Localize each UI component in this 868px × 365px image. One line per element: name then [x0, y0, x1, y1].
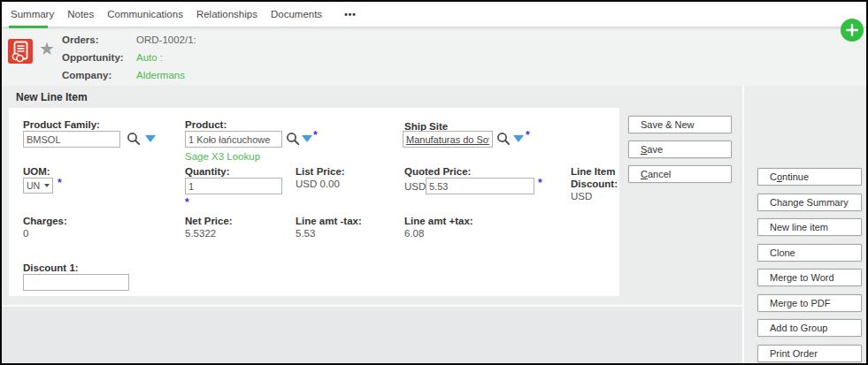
- ship-site-required-asterisk: *: [526, 131, 530, 140]
- order-entity-icon: [8, 39, 33, 64]
- quantity-required-asterisk: *: [185, 198, 189, 207]
- clone-button[interactable]: Clone: [757, 244, 862, 262]
- quantity-input[interactable]: [185, 178, 282, 194]
- charges-value: 0: [23, 228, 28, 239]
- quoted-price-required-asterisk: *: [538, 179, 542, 187]
- line-item-discount-value: USD: [571, 191, 617, 202]
- company-link[interactable]: Aldermans: [136, 70, 185, 80]
- tab-bar: Summary Notes Communications Relationshi…: [2, 2, 866, 28]
- merge-to-word-button[interactable]: Merge to Word: [757, 269, 862, 286]
- new-line-item-form: Product Family: Product: * Sage X3 Looku…: [9, 108, 619, 296]
- product-dropdown-icon[interactable]: [302, 135, 312, 142]
- uom-value: UN: [27, 180, 40, 191]
- tab-relationships[interactable]: Relationships: [196, 9, 257, 19]
- tab-notes[interactable]: Notes: [67, 9, 94, 19]
- active-tab-underline: [9, 26, 48, 28]
- plus-icon: [841, 19, 864, 42]
- quoted-price-currency: USD: [404, 181, 426, 192]
- section-title: New Line Item: [16, 91, 88, 103]
- discount-1-label: Discount 1:: [23, 262, 79, 273]
- merge-to-pdf-button[interactable]: Merge to PDF: [757, 294, 862, 312]
- save-button[interactable]: Save: [628, 141, 732, 158]
- list-price-value: USD 0.00: [296, 179, 340, 189]
- quoted-price-label: Quoted Price:: [404, 166, 471, 177]
- favorite-star-icon[interactable]: ★: [39, 40, 55, 57]
- uom-select[interactable]: UN: [23, 178, 53, 194]
- add-to-group-button[interactable]: Add to Group: [757, 319, 862, 337]
- orders-value: ORD-1002/1:: [136, 34, 196, 45]
- line-item-discount-label: Line Item Discount:: [571, 166, 617, 190]
- line-amt-plus-tax-value: 6.08: [404, 228, 424, 239]
- company-label: Company:: [62, 70, 111, 80]
- quoted-price-input[interactable]: [426, 178, 534, 194]
- add-button[interactable]: [841, 19, 864, 42]
- save-and-new-button[interactable]: Save & New: [628, 116, 732, 133]
- ship-site-dropdown-icon[interactable]: [513, 135, 524, 142]
- sage-x3-lookup-link[interactable]: Sage X3 Lookup: [185, 151, 260, 162]
- product-family-input[interactable]: [23, 131, 120, 148]
- ship-site-input[interactable]: [403, 131, 493, 148]
- line-amt-minus-tax-value: 5.53: [296, 228, 315, 239]
- tab-more-ellipsis-icon[interactable]: •••: [344, 10, 357, 19]
- opportunity-label: Opportunity:: [62, 52, 124, 63]
- product-family-dropdown-icon[interactable]: [145, 135, 156, 142]
- new-line-item-button[interactable]: New line item: [757, 218, 862, 236]
- bottom-strip: [2, 307, 742, 365]
- app-window: Summary Notes Communications Relationshi…: [0, 0, 868, 365]
- print-order-button[interactable]: Print Order: [757, 345, 862, 362]
- quantity-label: Quantity:: [185, 166, 229, 177]
- tab-summary[interactable]: Summary: [11, 9, 54, 19]
- product-label: Product:: [185, 119, 227, 130]
- line-amt-minus-tax-label: Line amt -tax:: [296, 216, 362, 226]
- uom-dropdown-icon: [44, 184, 50, 187]
- ship-site-search-icon[interactable]: [496, 132, 511, 149]
- product-family-label: Product Family:: [23, 119, 100, 130]
- product-required-asterisk: *: [313, 131, 318, 140]
- product-input[interactable]: [185, 131, 282, 148]
- change-summary-button[interactable]: Change Summary: [757, 194, 862, 211]
- discount-1-input[interactable]: [23, 274, 129, 291]
- list-price-label: List Price:: [296, 166, 345, 177]
- orders-label: Orders:: [62, 34, 99, 45]
- line-amt-plus-tax-label: Line amt +tax:: [404, 216, 473, 226]
- vertical-divider: [742, 86, 744, 365]
- tab-documents[interactable]: Documents: [271, 9, 322, 19]
- continue-button[interactable]: Continue: [757, 168, 862, 186]
- tab-communications[interactable]: Communications: [107, 9, 183, 19]
- charges-label: Charges:: [23, 216, 67, 226]
- record-header: ★ Orders: ORD-1002/1: Opportunity: Auto …: [2, 30, 866, 86]
- cancel-button[interactable]: Cancel: [628, 165, 732, 183]
- product-family-search-icon[interactable]: [127, 132, 141, 149]
- uom-required-asterisk: *: [58, 179, 62, 187]
- product-search-icon[interactable]: [286, 132, 300, 149]
- opportunity-link[interactable]: Auto :: [136, 52, 163, 63]
- uom-label: UOM:: [23, 166, 50, 177]
- line-item-discount-field: Line Item Discount: USD: [571, 166, 617, 202]
- net-price-value: 5.5322: [185, 228, 216, 239]
- net-price-label: Net Price:: [185, 216, 233, 226]
